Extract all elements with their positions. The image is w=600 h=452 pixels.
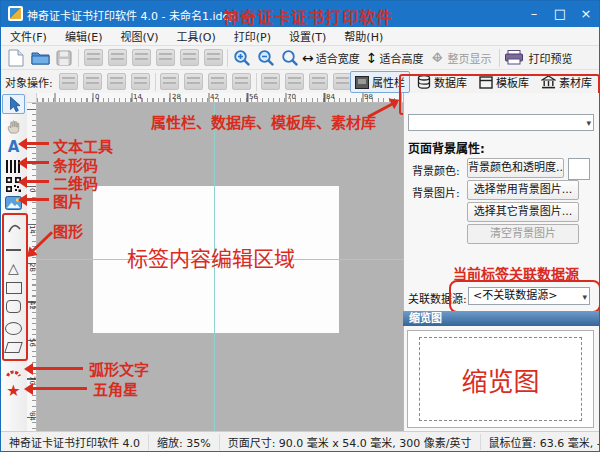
- maximize-button[interactable]: □: [547, 1, 573, 27]
- open-file-icon[interactable]: [28, 47, 52, 68]
- h-ruler-label: 70: [287, 93, 296, 102]
- align-left-icon: [57, 71, 81, 92]
- horizontal-ruler: [37, 93, 403, 103]
- menu-bar: 文件(F) 编辑(E) 视图(V) 工具(O) 打印(P) 设置(T) 帮助(H…: [1, 27, 599, 46]
- h-ruler-label: 42: [210, 93, 219, 102]
- annotation-arc-text-label: 弧形文字: [89, 358, 149, 379]
- save-icon: [52, 47, 76, 68]
- space-vertical-icon: [307, 71, 331, 92]
- bg-color-button[interactable]: 背景颜色和透明度...: [467, 158, 564, 178]
- ruler-corner: [27, 93, 37, 103]
- zoom-select-icon[interactable]: [278, 47, 302, 68]
- v-ruler-label: 84: [28, 412, 36, 421]
- annotation-box-datasource: [449, 280, 600, 313]
- status-mouse-position: 鼠标位置: 63.6 毫米, -5.0 毫米: [481, 434, 600, 450]
- same-size-icon: [259, 71, 283, 92]
- annotation-panel-tabs-note: 属性栏、数据库、模板库、素材库: [151, 111, 376, 132]
- annotation-arrow-qrcode: [21, 180, 49, 183]
- hand-icon: [6, 119, 21, 134]
- select-tool[interactable]: [2, 94, 25, 114]
- h-ruler-label: 56: [249, 93, 258, 102]
- h-ruler-label: 84: [326, 93, 335, 102]
- menu-edit[interactable]: 编辑(E): [56, 28, 112, 44]
- chevron-down-icon: ▾: [586, 116, 591, 131]
- v-ruler-label: 56: [28, 338, 36, 347]
- h-ruler-label: 28: [172, 93, 181, 102]
- bg-image-other-button[interactable]: 选择其它背景图片...: [467, 202, 579, 222]
- align-bottom-icon: [182, 71, 206, 92]
- same-height-icon: [230, 71, 254, 92]
- annotation-canvas-note: 标签内容编辑区域: [127, 242, 295, 272]
- annotation-thumbnail-note: 缩览图: [461, 361, 539, 398]
- annotation-star-label: 五角星: [93, 378, 138, 399]
- align-middle-icon: [158, 71, 182, 92]
- bg-color-swatch[interactable]: [568, 158, 590, 180]
- align-top-icon: [129, 71, 153, 92]
- menu-view[interactable]: 视图(V): [111, 28, 167, 44]
- thumbnail-dashed-frame: 缩览图: [419, 337, 582, 421]
- print-preview-icon[interactable]: [502, 47, 526, 68]
- redo-icon: [105, 47, 129, 68]
- menu-tools[interactable]: 工具(O): [168, 28, 225, 44]
- align-right-icon: [105, 71, 129, 92]
- fit-height-label[interactable]: 适合高度: [379, 50, 423, 66]
- window-title: 神奇证卡证书打印软件 4.0 - 未命名1.idcp: [27, 7, 236, 23]
- full-page-icon: ↔↕: [429, 50, 445, 66]
- align-center-icon: [81, 71, 105, 92]
- title-bar: 神奇证卡证书打印软件 4.0 - 未命名1.idcp 神奇证卡证书打印软件 – …: [1, 1, 599, 27]
- bg-image-label: 背景图片:: [412, 184, 460, 200]
- app-window: 神奇证卡证书打印软件 4.0 - 未命名1.idcp 神奇证卡证书打印软件 – …: [0, 0, 600, 452]
- h-ruler-label: 98: [364, 93, 373, 102]
- bg-image-common-button[interactable]: 选择常用背景图片...: [467, 180, 579, 200]
- zoom-out-icon[interactable]: [254, 47, 278, 68]
- fit-width-icon[interactable]: ↔: [302, 50, 314, 66]
- annotation-arrow-arc-text: [27, 367, 83, 370]
- annotation-title-note: 神奇证卡证书打印软件: [223, 4, 393, 28]
- main-toolbar: ↔ 适合宽度 ↕ 适合高度 ↔↕ 整页显示 打印预览: [1, 46, 599, 69]
- close-button[interactable]: ×: [573, 1, 599, 27]
- print-preview-label[interactable]: 打印预览: [528, 50, 572, 66]
- status-bar: 神奇证卡证书打印软件 4.0 缩放: 35% 页面尺寸: 90.0 毫米 x 5…: [1, 431, 599, 452]
- new-file-icon[interactable]: [4, 47, 28, 68]
- pan-tool[interactable]: [2, 116, 25, 136]
- same-width-icon: [206, 71, 230, 92]
- properties-icon: [355, 76, 369, 89]
- annotation-arrow-text-tool: [21, 142, 49, 145]
- bg-image-clear-button: 清空背景图片: [467, 224, 579, 244]
- annotation-box-shape-tools: [2, 213, 28, 361]
- cut-icon: [129, 47, 153, 68]
- zoom-in-icon[interactable]: [230, 47, 254, 68]
- v-ruler-label: 14: [28, 225, 36, 234]
- page-select-dropdown[interactable]: ▾: [408, 114, 594, 131]
- thumbnail-preview[interactable]: 缩览图: [407, 330, 594, 428]
- page-background-section-title: 页面背景属性:: [408, 139, 485, 156]
- cursor-icon: [7, 96, 21, 113]
- copy-icon: [177, 47, 201, 68]
- paste-icon: [153, 47, 177, 68]
- menu-settings[interactable]: 设置(T): [280, 28, 335, 44]
- fit-height-icon[interactable]: ↕: [366, 50, 378, 66]
- bg-color-label: 背景颜色:: [412, 162, 460, 178]
- undo-icon: [81, 47, 105, 68]
- status-app-name: 神奇证卡证书打印软件 4.0: [1, 434, 149, 450]
- status-zoom-level: 缩放: 35%: [149, 434, 220, 450]
- v-ruler-label: 0: [28, 188, 36, 192]
- h-ruler-label: 14: [133, 93, 142, 102]
- minimize-button[interactable]: –: [521, 1, 547, 27]
- menu-file[interactable]: 文件(F): [1, 28, 56, 44]
- annotation-arrow-image: [21, 198, 49, 201]
- menu-help[interactable]: 帮助(H): [335, 28, 392, 44]
- app-icon: [8, 6, 23, 21]
- annotation-shapes-label: 图形: [53, 220, 83, 241]
- object-operations-label: 对象操作:: [5, 74, 53, 90]
- annotation-arrow-star: [27, 387, 87, 390]
- v-ruler-label: 42: [28, 301, 36, 310]
- status-page-size: 页面尺寸: 90.0 毫米 x 54.0 毫米, 300 像素/英寸: [220, 434, 481, 450]
- menu-print[interactable]: 打印(P): [225, 28, 280, 44]
- delete-icon: [201, 47, 225, 68]
- fit-width-label[interactable]: 适合宽度: [316, 50, 360, 66]
- annotation-image-label: 图片: [53, 190, 83, 211]
- annotation-text-tool-label: 文本工具: [53, 135, 113, 156]
- full-page-label: 整页显示: [447, 50, 491, 66]
- space-horizontal-icon: [283, 71, 307, 92]
